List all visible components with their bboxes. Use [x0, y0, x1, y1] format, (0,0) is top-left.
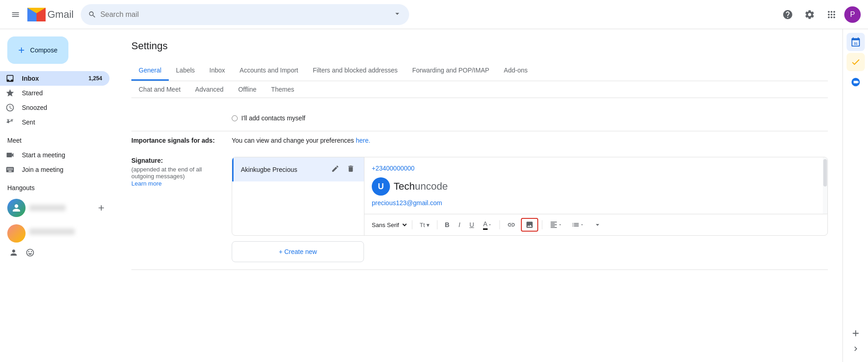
sidebar-item-start-meeting[interactable]: Start a meeting [0, 148, 109, 162]
settings-title: Settings [131, 40, 828, 52]
hangouts-bottom-bar [7, 246, 109, 260]
apps-button[interactable] [822, 5, 841, 24]
subtab-advanced[interactable]: Advanced [188, 81, 231, 98]
sidebar-item-join-meeting[interactable]: Join a meeting [0, 162, 109, 177]
more-icon [593, 221, 602, 229]
font-family-select[interactable]: Sans Serif [368, 219, 408, 231]
avatar-button[interactable]: P [844, 6, 861, 23]
contacts-options: I'll add contacts myself [232, 114, 828, 125]
importance-link[interactable]: here. [356, 137, 370, 144]
tab-accounts[interactable]: Accounts and Import [232, 61, 305, 81]
signature-logo: U Techuncode [372, 177, 820, 196]
inbox-icon [5, 74, 15, 83]
bold-button[interactable]: B [441, 219, 453, 230]
hamburger-button[interactable] [7, 6, 24, 23]
hangouts-add-button[interactable] [93, 200, 109, 216]
snoozed-label: Snoozed [22, 104, 47, 111]
signature-editor-content[interactable]: +23400000000 U Techuncode [364, 157, 827, 214]
contacts-radio-input[interactable] [232, 115, 238, 121]
hangouts-user-row [7, 199, 109, 217]
editor-scrollbar-thumb[interactable] [823, 159, 827, 186]
app-container: Gmail [0, 0, 868, 362]
inbox-label: Inbox [22, 75, 39, 82]
image-button[interactable] [521, 218, 538, 232]
contacts-row: I'll add contacts myself [131, 109, 828, 131]
underline-button[interactable]: U [466, 219, 478, 230]
tab-forwarding[interactable]: Forwarding and POP/IMAP [405, 61, 497, 81]
link-button[interactable] [504, 219, 519, 231]
video-camera-icon [5, 150, 15, 160]
hangouts-person-icon-button[interactable] [7, 246, 20, 260]
signature-phone[interactable]: +23400000000 [372, 165, 820, 172]
sidebar-item-starred[interactable]: Starred [0, 86, 109, 100]
add-panel-button[interactable] [847, 324, 865, 342]
search-dropdown-icon[interactable] [393, 9, 402, 20]
align-button[interactable] [546, 219, 566, 231]
tab-filters[interactable]: Filters and blocked addresses [306, 61, 405, 81]
keyboard-icon [5, 165, 15, 174]
add-icon [851, 328, 861, 338]
sidebar: + Compose Inbox 1,254 Starred [0, 29, 117, 362]
italic-button[interactable]: I [455, 219, 464, 230]
signature-list: Akinkugbe Precious [232, 157, 364, 235]
create-new-button[interactable]: + Create new [232, 241, 364, 262]
compose-label: Compose [30, 47, 57, 54]
importance-text: You can view and change your preferences [232, 137, 354, 144]
more-options-button[interactable] [590, 219, 605, 231]
signature-email[interactable]: precious123@gmail.com [372, 199, 442, 207]
tab-general[interactable]: General [131, 61, 169, 81]
signature-row: Signature: (appended at the end of all o… [131, 150, 828, 270]
importance-content: You can view and change your preferences… [232, 137, 370, 144]
meet-icon-button[interactable] [847, 73, 865, 91]
settings-button[interactable] [800, 5, 819, 24]
signature-label-col: Signature: (appended at the end of all o… [131, 157, 232, 187]
signature-area: Akinkugbe Precious [232, 157, 828, 236]
chevron-right-button[interactable] [851, 344, 860, 355]
search-icon [88, 10, 96, 19]
hangouts-section-label: Hangouts [0, 181, 117, 195]
hangouts-contact-avatar [7, 224, 26, 243]
signature-actions [329, 163, 357, 176]
help-button[interactable] [779, 5, 797, 24]
tab-addons[interactable]: Add-ons [497, 61, 535, 81]
compose-button[interactable]: + Compose [7, 36, 68, 64]
toolbar-sep-3 [499, 220, 500, 229]
subtab-themes[interactable]: Themes [264, 81, 301, 98]
signature-delete-button[interactable] [345, 163, 357, 176]
hangouts-avatar [7, 199, 26, 217]
list-button[interactable] [568, 219, 588, 231]
subtab-chat-meet[interactable]: Chat and Meet [131, 81, 188, 98]
align-icon [550, 221, 558, 229]
signature-edit-button[interactable] [329, 163, 341, 176]
importance-label-text: Importance signals for ads: [131, 137, 215, 144]
image-icon [525, 221, 534, 229]
contacts-radio-label: I'll add contacts myself [241, 114, 305, 122]
signature-sub-label: (appended at the end of all outgoing mes… [131, 166, 221, 180]
editor-scrollbar-track [823, 157, 827, 214]
logo-uncode: uncode [415, 181, 447, 192]
font-size-button[interactable]: Tt ▾ [416, 220, 433, 230]
calendar-icon-button[interactable]: 31 [847, 33, 865, 51]
tasks-icon-button[interactable] [847, 53, 865, 71]
top-right-icons: P [779, 5, 861, 24]
sidebar-item-snoozed[interactable]: Snoozed [0, 100, 109, 115]
hangouts-emoji-button[interactable] [24, 246, 36, 260]
tab-labels[interactable]: Labels [169, 61, 202, 81]
subtab-offline[interactable]: Offline [231, 81, 264, 98]
join-meeting-label: Join a meeting [22, 166, 63, 173]
edit-icon [331, 165, 339, 173]
search-input[interactable] [100, 10, 390, 19]
sent-label: Sent [22, 119, 35, 126]
signature-list-item[interactable]: Akinkugbe Precious [232, 157, 364, 181]
tab-inbox[interactable]: Inbox [202, 61, 232, 81]
toolbar-sep-1 [412, 220, 412, 229]
signature-logo-circle: U [372, 177, 390, 196]
font-color-button[interactable]: A [479, 218, 495, 232]
list-icon [572, 221, 580, 229]
link-icon [507, 221, 515, 229]
search-bar[interactable] [81, 4, 409, 25]
settings-container: Settings General Labels Inbox Accounts a… [117, 29, 842, 281]
learn-more-link[interactable]: Learn more [131, 180, 161, 187]
sidebar-item-inbox[interactable]: Inbox 1,254 [0, 71, 109, 86]
sidebar-item-sent[interactable]: Sent [0, 115, 109, 129]
